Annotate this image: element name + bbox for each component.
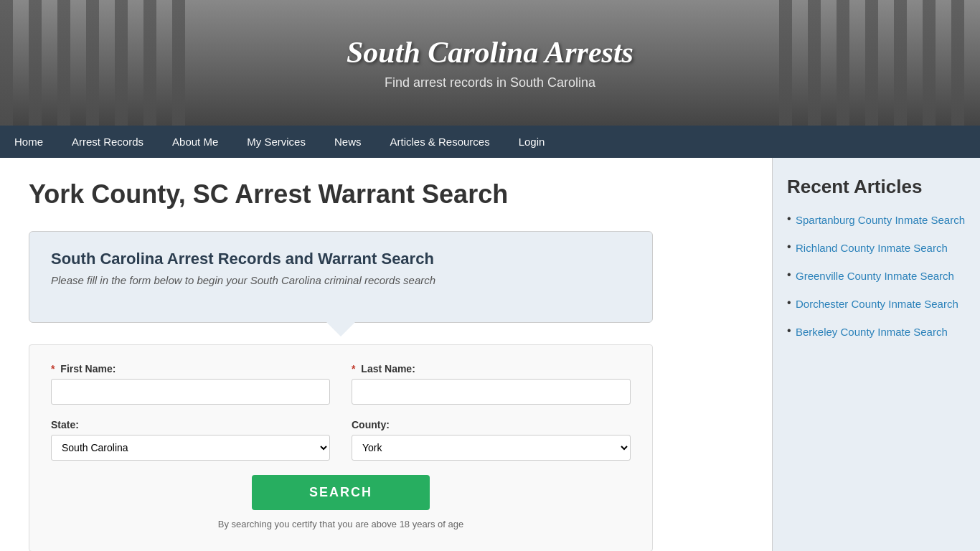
sidebar-article-4: Berkeley County Inmate Search (787, 324, 966, 339)
county-label: County: (352, 419, 631, 430)
sidebar-article-2: Greenville County Inmate Search (787, 268, 966, 283)
state-select[interactable]: South Carolina (51, 435, 330, 461)
sidebar-article-link-4[interactable]: Berkeley County Inmate Search (796, 326, 948, 338)
sidebar-article-link-0[interactable]: Spartanburg County Inmate Search (796, 214, 965, 226)
last-name-label: * Last Name: (352, 363, 631, 375)
site-subtitle: Find arrest records in South Carolina (347, 75, 633, 90)
sidebar-article-0: Spartanburg County Inmate Search (787, 212, 966, 227)
search-box-title: South Carolina Arrest Records and Warran… (51, 250, 631, 268)
county-group: County: York (352, 419, 631, 461)
nav-about-me[interactable]: About Me (158, 126, 232, 158)
nav-my-services[interactable]: My Services (232, 126, 320, 158)
site-title: South Carolina Arrests (347, 35, 633, 70)
search-button[interactable]: SEARCH (252, 475, 430, 510)
sidebar-articles-list: Spartanburg County Inmate Search Richlan… (787, 212, 966, 339)
sidebar-article-link-1[interactable]: Richland County Inmate Search (796, 242, 948, 254)
sidebar-article-link-2[interactable]: Greenville County Inmate Search (796, 270, 954, 282)
hero-content: South Carolina Arrests Find arrest recor… (347, 35, 633, 90)
state-label: State: (51, 419, 330, 430)
hero-right-bars (779, 0, 980, 126)
hero-header: South Carolina Arrests Find arrest recor… (0, 0, 980, 126)
search-box-header: South Carolina Arrest Records and Warran… (29, 231, 653, 323)
required-star-first: * (51, 363, 55, 375)
nav-arrest-records[interactable]: Arrest Records (57, 126, 158, 158)
sidebar-article-link-3[interactable]: Dorchester County Inmate Search (796, 298, 958, 310)
search-button-wrapper: SEARCH (51, 475, 631, 510)
required-star-last: * (352, 363, 355, 375)
sidebar-article-1: Richland County Inmate Search (787, 240, 966, 255)
sidebar-article-3: Dorchester County Inmate Search (787, 296, 966, 311)
main-content: York County, SC Arrest Warrant Search So… (0, 158, 772, 551)
page-title: York County, SC Arrest Warrant Search (29, 179, 743, 209)
nav-home[interactable]: Home (0, 126, 57, 158)
county-select[interactable]: York (352, 435, 631, 461)
nav-news[interactable]: News (320, 126, 376, 158)
first-name-label: * First Name: (51, 363, 330, 375)
last-name-input[interactable] (352, 379, 631, 405)
search-disclaimer: By searching you certify that you are ab… (51, 519, 631, 529)
page-wrapper: York County, SC Arrest Warrant Search So… (0, 158, 980, 551)
state-group: State: South Carolina (51, 419, 330, 461)
search-box-subtitle: Please fill in the form below to begin y… (51, 274, 631, 286)
search-form-area: * First Name: * Last Name: State: (29, 344, 653, 551)
sidebar-title: Recent Articles (787, 176, 966, 198)
sidebar: Recent Articles Spartanburg County Inmat… (772, 158, 980, 551)
location-row: State: South Carolina County: York (51, 419, 631, 461)
first-name-group: * First Name: (51, 363, 330, 405)
last-name-group: * Last Name: (352, 363, 631, 405)
nav-articles[interactable]: Articles & Resources (375, 126, 504, 158)
name-row: * First Name: * Last Name: (51, 363, 631, 405)
first-name-input[interactable] (51, 379, 330, 405)
hero-left-bars (0, 0, 201, 126)
nav-login[interactable]: Login (504, 126, 560, 158)
main-nav: Home Arrest Records About Me My Services… (0, 126, 980, 158)
